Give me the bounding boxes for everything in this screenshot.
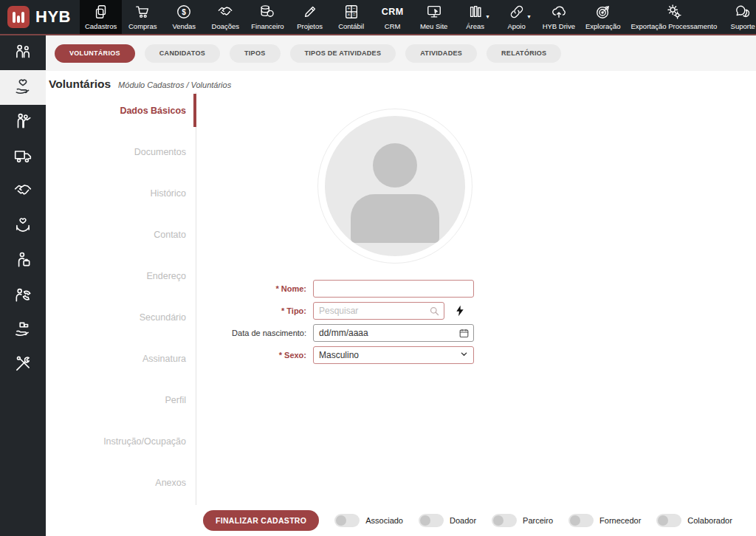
tipo-label: * Tipo:	[196, 306, 313, 315]
sexo-select[interactable]: Masculino	[313, 346, 474, 364]
menu-item-anexos[interactable]: Anexos	[46, 462, 192, 504]
colaborador-toggle[interactable]	[656, 514, 681, 527]
app-window: HYB Cadastros Compras $ Vendas	[0, 0, 756, 536]
coins-icon	[259, 4, 275, 20]
nome-input[interactable]	[313, 280, 474, 298]
topnav-item-vendas[interactable]: $ Vendas	[163, 0, 205, 34]
menu-item-documentos[interactable]: Documentos	[46, 131, 192, 173]
top-nav-items: Cadastros Compras $ Vendas Doações	[80, 0, 756, 34]
hyb-logo-text: HYB	[35, 7, 71, 27]
tab-relatorios[interactable]: RELATÓRIOS	[487, 44, 561, 63]
doador-toggle[interactable]	[419, 514, 444, 527]
topnav-item-compras[interactable]: Compras	[122, 0, 163, 34]
sidebar-item-volunteers[interactable]	[0, 105, 46, 140]
hyb-logo[interactable]: HYB	[0, 0, 80, 34]
calculator-icon: +−×=	[343, 4, 360, 20]
avatar-upload[interactable]	[317, 109, 472, 264]
nascimento-row: Data de nascimento:	[196, 324, 474, 342]
hands-heart-icon	[13, 216, 32, 238]
chat-icon	[735, 4, 751, 20]
topnav-item-crm[interactable]: CRM CRM	[372, 0, 413, 34]
tipo-search-input[interactable]	[313, 302, 444, 320]
target-icon	[595, 4, 611, 20]
topnav-item-exportacao-processamento[interactable]: Exportação Processamento	[626, 0, 723, 34]
sidebar-item-family[interactable]	[0, 35, 46, 70]
sexo-row: * Sexo: Masculino	[196, 346, 474, 364]
svg-text:×: ×	[347, 12, 350, 17]
menu-item-instrucao-ocupacao[interactable]: Instrução/Ocupação	[46, 421, 192, 462]
tab-tipos[interactable]: TIPOS	[230, 44, 281, 63]
menu-item-historico[interactable]: Histórico	[46, 173, 192, 214]
topnav-item-areas[interactable]: ▾ Áreas	[455, 0, 496, 34]
person-briefcase-icon	[13, 250, 32, 272]
sidebar-item-person-magnet[interactable]	[0, 278, 46, 313]
sidebar-item-heart-hand[interactable]	[0, 70, 46, 105]
topnav-item-projetos[interactable]: Projetos	[289, 0, 331, 34]
toggle-group-colaborador: Colaborador	[656, 514, 732, 527]
page-title: Voluntários	[49, 78, 111, 91]
chevron-down-icon	[460, 350, 468, 360]
sexo-label: * Sexo:	[196, 351, 313, 360]
topnav-item-apoio[interactable]: ▾ Apoio	[496, 0, 537, 34]
topnav-item-financeiro[interactable]: Financeiro	[246, 0, 289, 34]
associado-toggle[interactable]	[334, 514, 360, 527]
data-nascimento-input[interactable]	[313, 324, 474, 342]
page-header: Voluntários Módulo Cadastros / Voluntári…	[49, 78, 231, 91]
form-section-menu: Dados Básicos Documentos Histórico Conta…	[46, 90, 192, 504]
toggle-group-parceiro: Parceiro	[492, 514, 553, 527]
hyb-logo-icon	[7, 6, 30, 28]
sidebar-item-truck[interactable]	[0, 140, 46, 174]
cart-icon	[134, 4, 151, 20]
topnav-item-suporte[interactable]: Suporte	[722, 0, 756, 34]
fornecedor-toggle[interactable]	[568, 514, 594, 527]
sidebar-item-tools[interactable]	[0, 348, 46, 382]
sidebar-item-hand-goods[interactable]	[0, 313, 46, 348]
sidebar-item-hands-heart[interactable]	[0, 209, 46, 244]
topnav-item-exploracao[interactable]: Exploração	[580, 0, 626, 34]
doador-label: Doador	[450, 516, 476, 525]
parceiro-toggle[interactable]	[492, 514, 517, 527]
topnav-item-doacoes[interactable]: Doações	[205, 0, 246, 34]
sidebar-item-person-briefcase[interactable]	[0, 244, 46, 278]
left-icon-sidebar	[0, 35, 46, 536]
crm-text-icon: CRM	[382, 4, 404, 20]
nome-row: * Nome:	[196, 280, 474, 298]
svg-text:−: −	[352, 6, 355, 11]
person-magnet-icon	[13, 285, 32, 307]
colaborador-label: Colaborador	[687, 516, 732, 525]
finalizar-cadastro-button[interactable]: FINALIZAR CADASTRO	[203, 510, 319, 531]
nome-label: * Nome:	[196, 284, 313, 293]
section-tab-bar: VOLUNTÁRIOS CANDIDATOS TIPOS TIPOS DE AT…	[46, 35, 756, 71]
form-fields: * Nome: * Tipo: Data de nascimen	[196, 280, 474, 368]
tab-candidatos[interactable]: CANDIDATOS	[145, 44, 220, 63]
svg-text:=: =	[352, 12, 355, 17]
lightning-quick-add-button[interactable]	[454, 303, 466, 318]
topnav-item-meu-site[interactable]: Meu Site	[413, 0, 455, 34]
menu-item-endereco[interactable]: Endereço	[46, 255, 192, 297]
heart-hand-icon	[13, 77, 32, 99]
fornecedor-label: Fornecedor	[599, 516, 641, 525]
calendar-icon[interactable]	[458, 328, 470, 339]
topnav-item-hyb-drive[interactable]: HYB Drive	[537, 0, 580, 34]
menu-item-perfil[interactable]: Perfil	[46, 379, 192, 421]
topnav-item-contabil[interactable]: +−×= Contábil	[331, 0, 372, 34]
monitor-icon	[426, 4, 442, 20]
tab-atividades[interactable]: ATIVIDADES	[405, 44, 477, 63]
toggle-group-associado: Associado	[334, 514, 403, 527]
menu-item-secundario[interactable]: Secundário	[46, 297, 192, 338]
handshake-icon	[13, 181, 32, 203]
tools-icon	[13, 354, 32, 377]
menu-item-dados-basicos[interactable]: Dados Básicos	[46, 90, 192, 131]
toggle-group-fornecedor: Fornecedor	[568, 514, 641, 527]
tab-voluntarios[interactable]: VOLUNTÁRIOS	[55, 44, 135, 63]
menu-item-assinatura[interactable]: Assinatura	[46, 338, 192, 379]
topnav-item-cadastros[interactable]: Cadastros	[80, 0, 122, 34]
menu-item-contato[interactable]: Contato	[46, 214, 192, 255]
avatar	[325, 116, 465, 256]
svg-text:+: +	[347, 6, 350, 11]
chevron-down-icon: ▾	[528, 14, 531, 20]
documents-icon	[93, 4, 109, 20]
columns-icon: ▾	[467, 4, 484, 20]
sidebar-item-handshake[interactable]	[0, 174, 46, 209]
tab-tipos-de-atividades[interactable]: TIPOS DE ATIVIDADES	[290, 44, 396, 63]
